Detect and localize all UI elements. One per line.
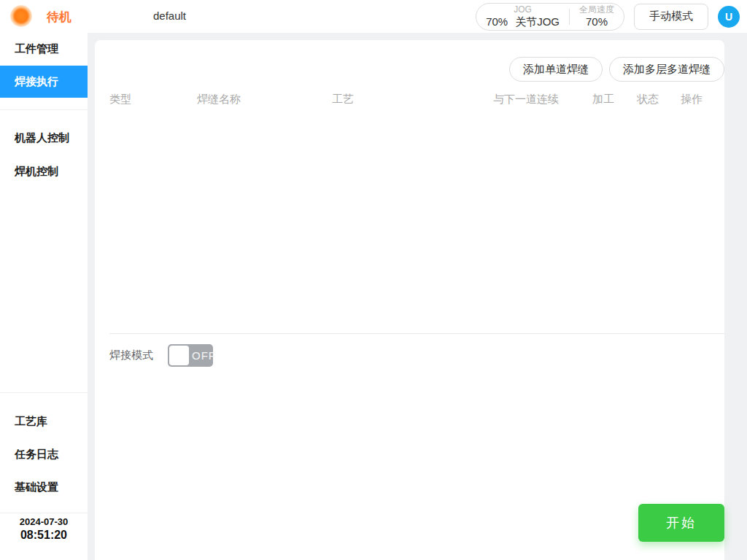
sidebar-item-basic-settings[interactable]: 基础设置 xyxy=(0,471,88,503)
sidebar-item-weld-execution[interactable]: 焊接执行 xyxy=(0,66,88,98)
sidebar-item-robot-control[interactable]: 机器人控制 xyxy=(0,122,88,154)
weld-toolbar: 添加单道焊缝 添加多层多道焊缝 xyxy=(509,57,724,82)
sidebar-item-task-log[interactable]: 任务日志 xyxy=(0,438,88,470)
sidebar-item-label: 基础设置 xyxy=(15,481,58,494)
jog-speed-widget[interactable]: JOG 70% 关节JOG 全局速度 70% xyxy=(476,3,624,31)
sidebar-item-process-library[interactable]: 工艺库 xyxy=(0,405,88,438)
weld-mode-toggle[interactable]: OFF xyxy=(168,344,213,367)
robot-status-label: 待机 xyxy=(47,9,71,26)
global-speed-value: 70% xyxy=(586,15,608,28)
user-avatar[interactable]: U xyxy=(718,6,740,28)
column-header-process: 工艺 xyxy=(332,93,354,106)
column-header-continuous: 与下一道连续 xyxy=(493,93,559,106)
topbar-right-group: JOG 70% 关节JOG 全局速度 70% 手动模式 U xyxy=(476,2,740,31)
column-header-type: 类型 xyxy=(109,93,131,106)
sidebar-item-label: 任务日志 xyxy=(15,448,58,462)
top-bar: 待机 default JOG 70% 关节JOG 全局速度 70% 手动模式 U xyxy=(0,0,747,33)
jog-speed-value: 70% xyxy=(486,15,508,28)
column-header-status: 状态 xyxy=(637,93,659,106)
add-single-weld-button[interactable]: 添加单道焊缝 xyxy=(509,57,603,82)
current-project-name: default xyxy=(153,9,186,22)
start-button[interactable]: 开始 xyxy=(638,504,724,542)
sidebar-item-label: 工件管理 xyxy=(15,42,58,56)
sidebar: 工件管理 焊接执行 机器人控制 焊机控制 工艺库 任务日志 基础设置 2024-… xyxy=(0,33,88,560)
divider xyxy=(0,392,88,393)
system-date: 2024-07-30 xyxy=(0,516,88,527)
weld-mode-label: 焊接模式 xyxy=(109,349,153,362)
jog-label: JOG xyxy=(514,5,532,15)
sidebar-item-label: 工艺库 xyxy=(15,415,47,429)
column-header-weld-name: 焊缝名称 xyxy=(197,93,241,106)
sidebar-item-label: 机器人控制 xyxy=(15,131,69,145)
standby-status-light-icon xyxy=(10,5,32,27)
toggle-state-label: OFF xyxy=(192,344,216,367)
weld-execution-panel: 添加单道焊缝 添加多层多道焊缝 类型 焊缝名称 工艺 与下一道连续 加工 状态 … xyxy=(95,40,724,560)
weld-mode-row: 焊接模式 OFF xyxy=(109,343,213,367)
column-header-machining: 加工 xyxy=(592,93,614,106)
divider xyxy=(0,513,88,513)
divider xyxy=(109,333,724,334)
divider xyxy=(0,109,88,110)
sidebar-item-welder-control[interactable]: 焊机控制 xyxy=(0,155,88,187)
sidebar-item-label: 焊接执行 xyxy=(15,75,58,89)
global-speed-label: 全局速度 xyxy=(579,5,614,15)
system-datetime: 2024-07-30 08:51:20 xyxy=(0,516,88,542)
add-multilayer-weld-button[interactable]: 添加多层多道焊缝 xyxy=(609,57,724,82)
sidebar-item-workpiece-management[interactable]: 工件管理 xyxy=(0,33,88,65)
system-time: 08:51:20 xyxy=(0,529,88,542)
global-speed-cell[interactable]: 全局速度 70% xyxy=(570,5,624,28)
jog-mode-value: 关节JOG xyxy=(515,15,560,28)
column-header-actions: 操作 xyxy=(681,93,703,106)
sidebar-item-label: 焊机控制 xyxy=(15,165,58,179)
manual-mode-button[interactable]: 手动模式 xyxy=(634,4,708,30)
toggle-knob[interactable] xyxy=(169,346,189,365)
jog-mode-cell[interactable]: JOG 70% 关节JOG xyxy=(476,5,569,28)
